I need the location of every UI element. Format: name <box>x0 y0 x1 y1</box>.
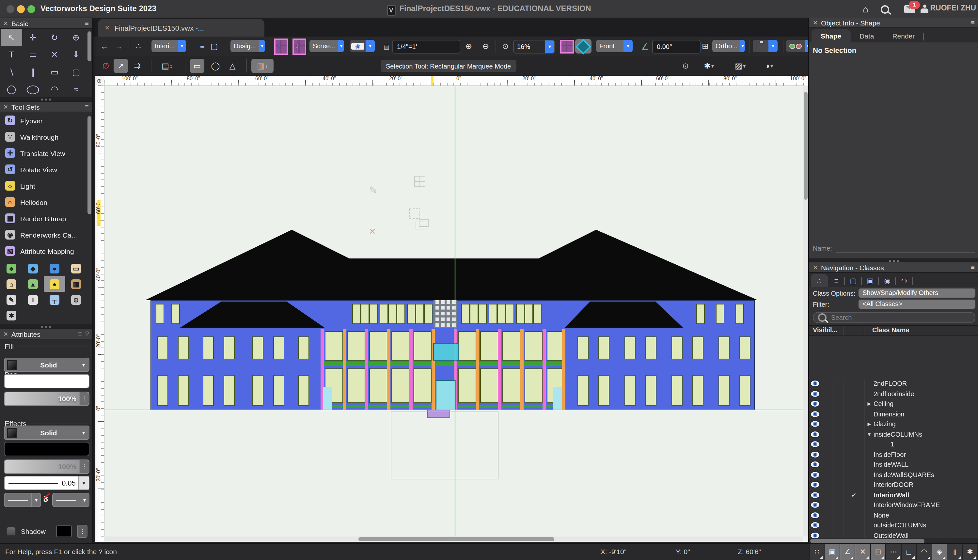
class-row[interactable]: 2ndFLOOR <box>809 378 978 389</box>
attributes-palette-header[interactable]: ✕ Attributes ≡ ? <box>0 329 92 339</box>
design-layers-tab-icon[interactable]: ≡ <box>828 274 845 287</box>
invisible-x-mark[interactable] <box>821 500 833 510</box>
user-name[interactable]: RUOFEI ZHU <box>930 4 976 12</box>
class-row[interactable]: OutsideWall <box>809 530 978 538</box>
toolset-irrigation[interactable]: ◆ <box>22 260 44 276</box>
freehand-tool-icon[interactable]: ≈ <box>65 81 87 98</box>
snap-to-grid-icon[interactable]: ∷ <box>809 544 825 560</box>
tool-light[interactable]: ☼ Light <box>0 178 92 194</box>
interactive-scaling-mode-icon[interactable]: ▥↕ <box>251 59 274 73</box>
expand-arrow-icon[interactable]: ▶ <box>865 422 873 427</box>
close-icon[interactable]: ✕ <box>3 20 8 27</box>
invisible-x-mark[interactable] <box>821 480 833 490</box>
close-icon[interactable]: ✕ <box>3 331 8 337</box>
line-style-end-dropdown[interactable]: ▾ <box>52 493 89 507</box>
zoom-tool-icon[interactable]: ⊕ <box>65 29 87 46</box>
snap-to-angle-icon[interactable]: ∠ <box>840 544 856 560</box>
back-button[interactable]: ← <box>97 39 112 53</box>
object-info-tab[interactable]: Render <box>883 29 924 42</box>
menu-icon[interactable]: ≡ <box>78 330 82 337</box>
modebar-hatch-icon[interactable]: ▨▾ <box>731 59 750 73</box>
shadow-color-well[interactable] <box>56 525 72 537</box>
visibility-eye-icon[interactable] <box>810 400 819 408</box>
visibility-eye-icon[interactable] <box>810 431 819 438</box>
rounded-rectangle-tool-icon[interactable]: ▢ <box>65 63 87 81</box>
visibility-eye-icon[interactable] <box>810 421 819 428</box>
toolset-drafting[interactable]: ▭ <box>65 260 87 276</box>
viewports-tab-icon[interactable]: ▣ <box>862 274 879 287</box>
palette-scrollbar[interactable] <box>87 116 92 214</box>
tool-flyover[interactable]: ↻ Flyover <box>0 112 92 128</box>
visibility-eye-icon[interactable] <box>810 502 819 509</box>
toolset-mep[interactable]: ┬ <box>44 292 65 307</box>
pan-tool-icon[interactable]: ✛ <box>22 29 44 46</box>
snap-to-working-plane-icon[interactable]: ◈ <box>932 544 947 560</box>
tool-heliodon[interactable]: ⌂ Heliodon <box>0 194 92 210</box>
active-layer-dropdown[interactable]: Interi...▾ <box>152 40 186 52</box>
class-row[interactable]: 2ndfloorinside <box>809 389 978 399</box>
visibility-eye-icon[interactable] <box>810 410 819 418</box>
palette-scrollbar[interactable] <box>87 31 92 62</box>
user-icon[interactable] <box>921 5 928 15</box>
class-row[interactable]: InsideWALL <box>809 460 978 470</box>
tool-sets-palette-header[interactable]: ✕ Tool Sets ≡ <box>0 102 92 112</box>
visibility-eye-icon[interactable] <box>810 471 819 478</box>
tool-rotate-view[interactable]: ↺ Rotate View <box>0 161 92 178</box>
link-markers-icon[interactable]: 8 <box>41 494 50 504</box>
visibility-eye-icon[interactable] <box>810 461 819 468</box>
invisible-x-mark[interactable] <box>821 490 833 500</box>
shadow-options-icon[interactable]: ⋮ <box>77 525 87 538</box>
single-object-mode-icon[interactable]: ↗ <box>113 59 128 73</box>
fit-to-objects-icon[interactable]: ⊕ <box>462 39 476 53</box>
class-row[interactable]: Dimension <box>809 409 978 419</box>
class-row[interactable]: ✓ InteriorWall <box>809 490 978 500</box>
line-style-start-dropdown[interactable]: ▾ <box>4 493 41 507</box>
line-weight-field[interactable]: 0.05 ▾ <box>4 476 89 490</box>
navigation-header[interactable]: ✕ Navigation - Classes ≡ <box>809 262 978 273</box>
invisible-x-mark[interactable] <box>821 449 833 460</box>
modebar-settings-icon[interactable]: ✱▾ <box>699 59 719 73</box>
toolset-machine-design[interactable]: ✱ <box>1 307 22 323</box>
active-class-icon[interactable]: ∴ <box>131 39 145 53</box>
close-icon[interactable]: ✕ <box>3 103 8 110</box>
close-icon[interactable]: ✕ <box>813 19 818 26</box>
modebar-search-icon[interactable]: ⊙ <box>678 59 693 73</box>
invisible-x-mark[interactable] <box>821 399 833 409</box>
working-plane-icon[interactable]: ∠ <box>638 39 652 53</box>
push-pull-tool-icon[interactable]: ⇓ <box>65 46 87 63</box>
interactive-scaling-off-icon[interactable]: ∅ <box>98 59 113 73</box>
invisible-x-mark[interactable] <box>821 409 833 419</box>
document-tab[interactable]: ✕ FinalProjectDES150.vwx -... <box>98 19 264 37</box>
visibility-eye-icon[interactable] <box>810 492 819 498</box>
help-icon[interactable]: ? <box>85 330 89 337</box>
object-info-tab[interactable]: Data <box>850 29 883 42</box>
shadow-checkbox[interactable] <box>7 527 16 536</box>
class-row[interactable]: None <box>809 510 978 520</box>
toolset-site-planning[interactable]: ♣ <box>1 260 22 276</box>
class-options-dropdown[interactable]: Show/Snap/Modify Others <box>858 288 975 298</box>
circle-tool-icon[interactable]: ◯ <box>1 81 22 98</box>
invisible-x-mark[interactable] <box>821 429 833 439</box>
next-view-icon[interactable]: ↓ <box>292 39 306 53</box>
previous-view-icon[interactable]: ↑ <box>274 39 288 53</box>
forward-button[interactable]: → <box>112 39 126 53</box>
expand-arrow-icon[interactable]: ▶ <box>865 402 873 407</box>
basic-palette-header[interactable]: ✕ Basic ≡ <box>0 18 92 29</box>
invisible-x-mark[interactable] <box>821 510 833 520</box>
snap-to-tangent-icon[interactable]: ◠ <box>916 544 932 560</box>
pen-color-well[interactable] <box>4 442 89 456</box>
invisible-x-mark[interactable] <box>821 378 833 389</box>
tool-attribute-mapping[interactable]: ▧ Attribute Mapping <box>0 243 92 259</box>
object-info-tab[interactable]: Shape <box>811 29 850 42</box>
rotation-angle-field[interactable]: 0.00° <box>652 40 701 53</box>
class-row[interactable]: ▶ Ceiling <box>809 399 978 409</box>
callout-tool-icon[interactable]: ▭ <box>22 46 44 63</box>
saved-views-tab-icon[interactable]: ↪ <box>896 274 913 287</box>
zoom-icon[interactable]: ⊙ <box>498 39 512 53</box>
selection-tool-icon[interactable]: ↖ <box>1 29 22 46</box>
snap-loupe-tool-icon[interactable]: ✕ <box>44 46 65 63</box>
class-search-box[interactable] <box>813 312 975 323</box>
invisible-x-mark[interactable] <box>821 520 833 530</box>
fit-to-page-icon[interactable]: ⊖ <box>479 39 493 53</box>
object-info-header[interactable]: ✕ Object Info - Shape ≡ <box>809 18 978 28</box>
